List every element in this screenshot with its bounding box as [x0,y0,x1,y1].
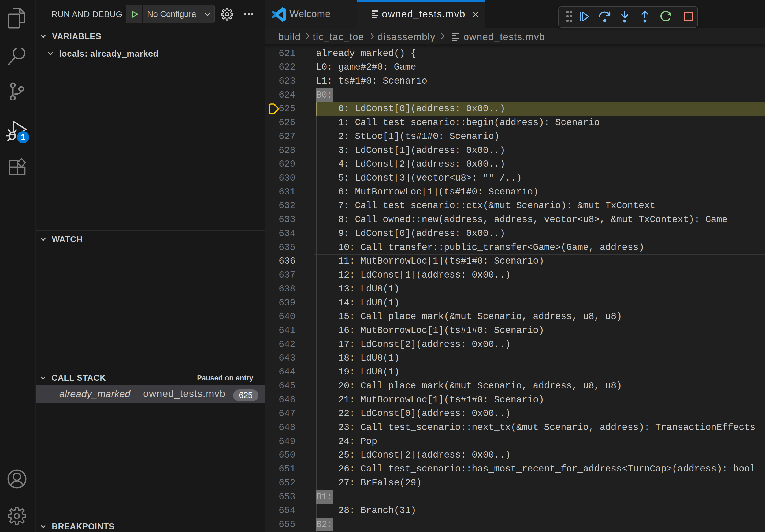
svg-text:1: 1 [21,132,25,142]
